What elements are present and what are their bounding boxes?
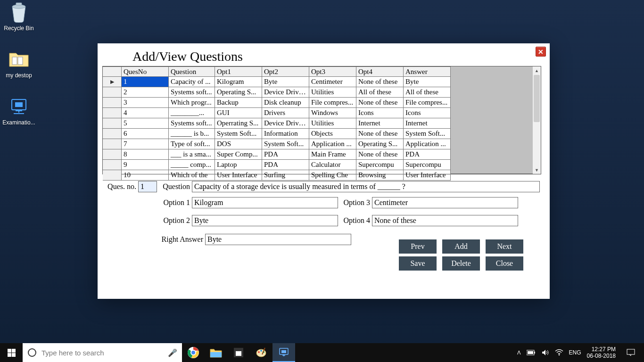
table-cell[interactable]: Which of the — [169, 170, 215, 181]
table-cell[interactable]: System Soft... — [404, 129, 451, 139]
taskbar-search[interactable]: Type here to search 🎤 — [23, 343, 182, 362]
table-cell[interactable]: Byte — [404, 77, 451, 87]
table-cell[interactable]: None of these — [356, 98, 404, 108]
start-button[interactable] — [0, 343, 23, 362]
table-cell[interactable]: Surfing — [262, 170, 309, 181]
file-explorer-icon[interactable] — [205, 343, 227, 362]
desktop-icon-folder[interactable]: my destop — [1, 48, 37, 79]
questions-grid[interactable]: ▲ ▼ QuesNo Question Opt1 Opt2 Opt3 Opt4 … — [102, 66, 541, 174]
table-cell[interactable]: Utilities — [309, 87, 356, 98]
table-cell[interactable]: Centimeter — [309, 77, 356, 87]
table-cell[interactable]: Supercompu — [356, 160, 404, 170]
desktop-icon-recycle-bin[interactable]: Recycle Bin — [1, 1, 37, 32]
table-cell[interactable]: Application ... — [404, 139, 451, 149]
table-cell[interactable]: PDA — [262, 149, 309, 160]
table-cell[interactable]: Application ... — [309, 139, 356, 149]
table-row[interactable]: 4________...GUIDriversWindowsIconsIcons — [103, 108, 451, 118]
table-row[interactable]: 9_____ comp...LaptopPDACalculatorSuperco… — [103, 160, 451, 170]
battery-icon[interactable] — [527, 350, 536, 355]
grid-header-cell[interactable]: Opt4 — [356, 66, 404, 77]
grid-header-cell[interactable]: Question — [169, 66, 215, 77]
table-cell[interactable] — [103, 118, 122, 129]
table-cell[interactable] — [103, 170, 122, 181]
delete-button[interactable]: Delete — [442, 256, 480, 271]
tray-chevron-icon[interactable]: ᐱ — [517, 350, 521, 356]
table-cell[interactable]: Disk cleanup — [262, 98, 309, 108]
question-input[interactable] — [192, 181, 540, 192]
close-button[interactable]: Close — [486, 256, 523, 271]
table-row[interactable]: 5Systems soft...Operrating S...Device Dr… — [103, 118, 451, 129]
table-cell[interactable]: 3 — [122, 98, 169, 108]
option4-input[interactable] — [372, 215, 518, 226]
table-cell[interactable]: Internet — [356, 118, 404, 129]
table-cell[interactable]: Systems soft... — [169, 87, 215, 98]
grid-header-cell[interactable]: Answer — [404, 66, 451, 77]
table-cell[interactable]: Capacity of ... — [169, 77, 215, 87]
table-cell[interactable]: Utilities — [309, 118, 356, 129]
grid-scrollbar[interactable]: ▲ ▼ — [533, 66, 541, 174]
table-cell[interactable]: Main Frame — [309, 149, 356, 160]
table-cell[interactable]: Icons — [404, 108, 451, 118]
table-cell[interactable] — [103, 129, 122, 139]
table-cell[interactable]: 8 — [122, 149, 169, 160]
table-cell[interactable]: ___ is a sma... — [169, 149, 215, 160]
language-indicator[interactable]: ENG — [569, 349, 581, 356]
table-cell[interactable]: Drivers — [262, 108, 309, 118]
desktop-icon-app[interactable]: Examinatio... — [1, 95, 37, 126]
chrome-icon[interactable] — [182, 343, 205, 362]
table-cell[interactable]: Calculator — [309, 160, 356, 170]
option1-input[interactable] — [192, 197, 338, 208]
table-cell[interactable]: Which progr... — [169, 98, 215, 108]
table-cell[interactable]: 9 — [122, 160, 169, 170]
table-cell[interactable] — [103, 139, 122, 149]
table-cell[interactable]: Information — [262, 129, 309, 139]
scroll-thumb[interactable] — [534, 75, 540, 122]
table-cell[interactable]: 7 — [122, 139, 169, 149]
table-cell[interactable]: 5 — [122, 118, 169, 129]
table-cell[interactable]: Operating S... — [215, 87, 262, 98]
table-cell[interactable]: Windows — [309, 108, 356, 118]
table-cell[interactable]: Type of soft... — [169, 139, 215, 149]
table-row[interactable]: 10Which of theUser InterfaceSurfingSpell… — [103, 170, 451, 181]
add-button[interactable]: Add — [442, 239, 480, 254]
grid-header-cell[interactable]: Opt1 — [215, 66, 262, 77]
table-cell[interactable]: PDA — [404, 149, 451, 160]
store-icon[interactable] — [227, 343, 250, 362]
option3-input[interactable] — [372, 197, 518, 208]
grid-header-cell[interactable]: QuesNo — [122, 66, 169, 77]
table-cell[interactable]: Super Comp... — [215, 149, 262, 160]
table-row[interactable]: ▶1Capacity of ...KilogramByteCentimeterN… — [103, 77, 451, 87]
grid-header-cell[interactable]: Opt3 — [309, 66, 356, 77]
table-cell[interactable]: Device Drivers — [262, 87, 309, 98]
table-cell[interactable]: All of these — [356, 87, 404, 98]
wifi-icon[interactable] — [555, 349, 563, 356]
table-cell[interactable]: System Soft... — [215, 129, 262, 139]
taskbar-clock[interactable]: 12:27 PM 06-08-2018 — [587, 346, 616, 359]
table-cell[interactable]: 1 — [122, 77, 169, 87]
table-cell[interactable]: PDA — [262, 160, 309, 170]
table-cell[interactable]: User Interface — [404, 170, 451, 181]
table-row[interactable]: 6______ is b...System Soft...Information… — [103, 129, 451, 139]
table-cell[interactable]: Supercompu — [404, 160, 451, 170]
table-cell[interactable]: Icons — [356, 108, 404, 118]
table-cell[interactable]: Device Drivers — [262, 118, 309, 129]
table-cell[interactable]: Internet — [404, 118, 451, 129]
prev-button[interactable]: Prev — [399, 239, 437, 254]
table-cell[interactable]: None of these — [356, 77, 404, 87]
scroll-up-icon[interactable]: ▲ — [533, 66, 541, 74]
table-cell[interactable]: User Interface — [215, 170, 262, 181]
table-cell[interactable]: None of these — [356, 149, 404, 160]
grid-header-cell[interactable] — [103, 66, 122, 77]
paint-icon[interactable] — [250, 343, 272, 362]
table-row[interactable]: 2Systems soft...Operating S...Device Dri… — [103, 87, 451, 98]
table-cell[interactable]: Spelling Che — [309, 170, 356, 181]
right-answer-input[interactable] — [205, 234, 351, 245]
table-cell[interactable]: None of these — [356, 129, 404, 139]
table-cell[interactable]: 4 — [122, 108, 169, 118]
table-cell[interactable]: File compres... — [404, 98, 451, 108]
option2-input[interactable] — [192, 215, 338, 226]
table-cell[interactable]: Systems soft... — [169, 118, 215, 129]
table-cell[interactable]: Objects — [309, 129, 356, 139]
action-center-icon[interactable] — [621, 343, 640, 362]
table-cell[interactable]: Backup — [215, 98, 262, 108]
